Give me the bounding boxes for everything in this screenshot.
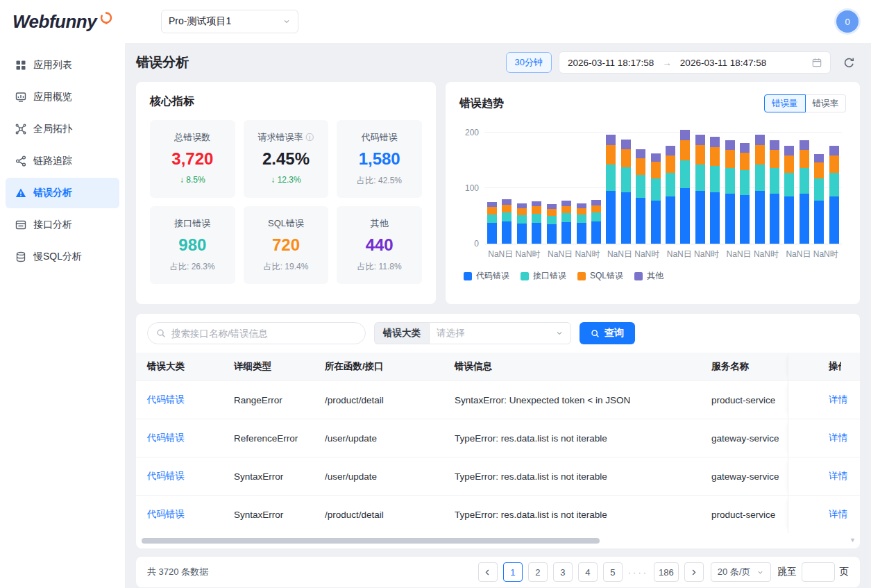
scrollbar-thumb[interactable] — [142, 538, 600, 544]
refresh-button[interactable] — [838, 51, 860, 74]
pagination-prev-button[interactable] — [478, 562, 498, 582]
project-select[interactable]: Pro-测试项目1 — [161, 10, 298, 33]
error-category-link[interactable]: 代码错误 — [147, 394, 185, 406]
cell-service-name: gateway-service — [700, 419, 788, 457]
avatar[interactable]: 0 — [836, 10, 859, 33]
category-select[interactable]: 请选择 — [429, 322, 571, 344]
legend-item-代码错误[interactable]: 代码错误 — [464, 270, 509, 282]
search-icon — [591, 329, 600, 338]
pagination-page-186[interactable]: 186 — [654, 562, 679, 582]
pagination-page-3[interactable]: 3 — [553, 562, 573, 582]
api-icon — [15, 219, 26, 230]
pagination-page-5[interactable]: 5 — [603, 562, 623, 582]
error-category-link[interactable]: 代码错误 — [147, 508, 185, 521]
pagination-page-1[interactable]: 1 — [503, 562, 523, 582]
bar-segment-SQL错误 — [814, 162, 824, 178]
bar-segment-SQL错误 — [725, 150, 735, 168]
bar-segment-接口错误 — [532, 214, 541, 223]
cell-error-message: TypeError: res.data.list is not iterable — [443, 419, 700, 457]
detail-link[interactable]: 详情 — [829, 394, 847, 406]
cell-endpoint: /user/update — [314, 419, 443, 457]
chart-x-tick: NaN日 NaN时 — [663, 249, 722, 260]
detail-link[interactable]: 详情 — [829, 432, 847, 444]
stacked-bar[interactable] — [680, 130, 690, 244]
metric-sub-text: ↓ 8.5% — [155, 175, 230, 185]
stacked-bar[interactable] — [800, 140, 809, 244]
sidebar-item-慢SQL分析[interactable]: 慢SQL分析 — [6, 242, 119, 272]
metric-value: 720 — [249, 235, 323, 255]
bar-segment-SQL错误 — [710, 147, 720, 166]
bar-segment-接口错误 — [755, 165, 765, 191]
stacked-bar[interactable] — [606, 135, 616, 244]
stacked-bar[interactable] — [695, 135, 705, 244]
search-box[interactable] — [147, 322, 366, 344]
bar-segment-其他 — [606, 135, 616, 144]
stacked-bar[interactable] — [755, 135, 765, 244]
stacked-bar[interactable] — [547, 204, 557, 244]
pagination-next-button[interactable] — [684, 562, 704, 582]
bar-segment-代码错误 — [532, 223, 541, 244]
stacked-bar[interactable] — [770, 140, 779, 244]
bar-segment-SQL错误 — [800, 150, 809, 168]
error-trend-chart: 0100200 — [484, 133, 842, 244]
stacked-bar[interactable] — [577, 203, 586, 244]
stacked-bar[interactable] — [591, 200, 601, 244]
metric-tile: 请求错误率ⓘ2.45%↓ 12.3% — [244, 120, 329, 198]
stacked-bar[interactable] — [666, 146, 675, 244]
sidebar-item-应用概览[interactable]: 应用概览 — [6, 82, 119, 112]
toggle-error-count-label: 错误量 — [772, 98, 798, 110]
legend-item-接口错误[interactable]: 接口错误 — [521, 270, 566, 282]
date-range-picker[interactable]: 2026-03-11 18:17:58 → 2026-03-11 18:47:5… — [559, 51, 831, 74]
legend-item-其他[interactable]: 其他 — [634, 270, 663, 282]
grid-icon — [15, 60, 26, 71]
chevron-right-icon — [690, 569, 697, 576]
query-button[interactable]: 查询 — [580, 322, 635, 344]
page-size-select[interactable]: 20 条/页 — [711, 562, 771, 582]
stacked-bar[interactable] — [621, 140, 631, 244]
pagination-page-2[interactable]: 2 — [528, 562, 548, 582]
pagination-ellipsis: ···· — [628, 567, 648, 578]
stacked-bar[interactable] — [814, 154, 824, 244]
cell-service-name: product-service — [700, 496, 788, 533]
stacked-bar[interactable] — [710, 137, 720, 244]
detail-link[interactable]: 详情 — [829, 470, 847, 482]
chart-y-tick: 100 — [465, 183, 479, 193]
sidebar-item-接口分析[interactable]: 接口分析 — [6, 210, 119, 240]
pagination-page-4[interactable]: 4 — [578, 562, 598, 582]
stacked-bar[interactable] — [636, 149, 645, 244]
metric-tile: SQL错误720占比: 19.4% — [244, 206, 329, 284]
stacked-bar[interactable] — [829, 146, 839, 244]
bar-segment-接口错误 — [606, 165, 616, 191]
horizontal-scrollbar: ▼ — [140, 535, 856, 547]
stacked-bar[interactable] — [784, 146, 794, 244]
sidebar-item-错误分析[interactable]: 错误分析 — [6, 178, 119, 208]
toggle-error-count[interactable]: 错误量 — [764, 94, 806, 112]
search-input[interactable] — [171, 328, 357, 339]
stacked-bar[interactable] — [651, 153, 661, 244]
error-category-link[interactable]: 代码错误 — [147, 432, 185, 444]
topology-icon — [15, 124, 26, 135]
column-header-所在函数/接口: 所在函数/接口 — [314, 353, 443, 380]
category-select-placeholder: 请选择 — [437, 327, 465, 339]
error-category-link[interactable]: 代码错误 — [147, 470, 185, 482]
stacked-bar[interactable] — [561, 201, 571, 244]
quick-range-button[interactable]: 30分钟 — [506, 52, 552, 73]
legend-item-SQL错误[interactable]: SQL错误 — [577, 270, 623, 282]
bar-segment-接口错误 — [561, 213, 571, 222]
stacked-bar[interactable] — [487, 202, 497, 244]
detail-link[interactable]: 详情 — [829, 508, 847, 521]
sidebar-item-链路追踪[interactable]: 链路追踪 — [6, 146, 119, 176]
chevron-down-icon — [555, 329, 564, 337]
stacked-bar[interactable] — [502, 199, 511, 244]
stacked-bar[interactable] — [517, 203, 527, 244]
jump-page-input[interactable] — [802, 562, 835, 582]
stacked-bar[interactable] — [725, 140, 735, 244]
sidebar-item-全局拓扑[interactable]: 全局拓扑 — [6, 114, 119, 144]
sidebar-item-应用列表[interactable]: 应用列表 — [6, 50, 119, 81]
stacked-bar[interactable] — [740, 143, 750, 244]
bar-segment-其他 — [710, 137, 720, 146]
info-icon: ⓘ — [305, 132, 314, 144]
stacked-bar[interactable] — [532, 201, 541, 244]
toggle-error-rate[interactable]: 错误率 — [806, 94, 847, 112]
filter-bar: 错误大类 请选择 查询 — [136, 322, 860, 353]
